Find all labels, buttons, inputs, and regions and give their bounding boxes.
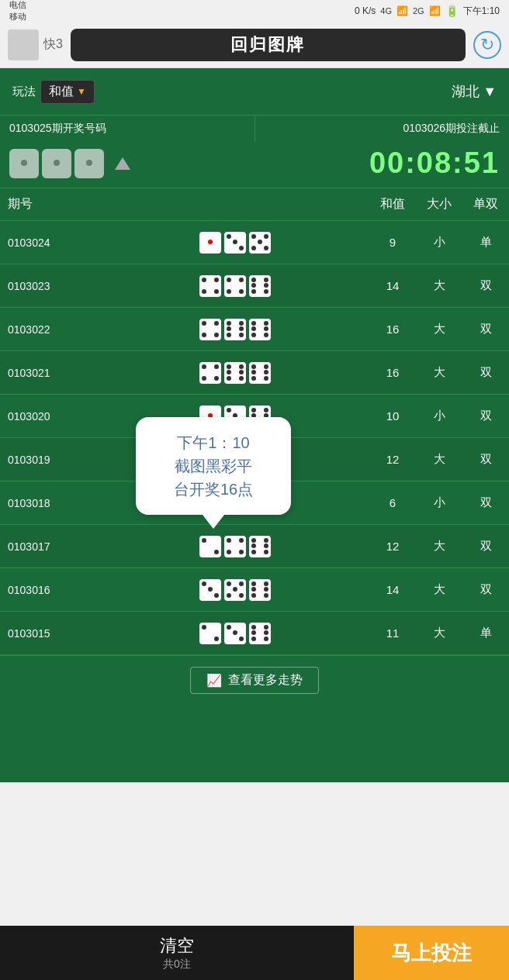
up-arrow-icon [115,157,130,170]
period-cell: 0103019 [0,449,101,471]
dice-cell [101,227,369,258]
main-content: 0103025期开奖号码 0103026期投注截止 [0,115,509,782]
sum-cell: 16 [369,361,416,384]
th-parity: 单双 [462,188,509,220]
dice-1 [9,149,39,178]
carrier-info: 电信 移动 [9,0,26,22]
play-method-label: 玩法 [12,85,36,99]
dice-small [249,232,271,254]
carrier-label: 电信 [9,0,26,11]
region-value: 湖北 [452,82,480,101]
size-cell: 大 [416,317,462,341]
parity-cell: 双 [462,534,509,558]
sum-cell: 11 [369,622,416,644]
dice-small [224,275,246,297]
dice-small [199,275,221,297]
period-cell: 0103020 [0,405,101,427]
prize-left-text: 0103025期开奖号码 [9,122,106,134]
table-row: 0103024 9 小 单 [0,221,509,264]
signal2g-icon: 2G [413,6,424,16]
dice-3 [74,149,104,178]
tooltip-line2: 截图黑彩平 [153,454,274,478]
dice-small [249,579,271,601]
bottom-spacer [0,705,509,782]
speed-label: 0 K/s [355,5,376,16]
parity-cell: 单 [462,621,509,645]
refresh-button[interactable]: ↻ [473,31,501,59]
prize-right: 0103026期投注截止 [254,116,510,142]
prize-right-text: 0103026期投注截止 [403,122,500,134]
dice-cell [101,357,369,388]
table-row: 0103021 16 大 双 [0,351,509,395]
dice-icons [9,149,104,178]
period-cell: 0103022 [0,319,101,340]
prize-bar: 0103025期开奖号码 0103026期投注截止 [0,115,509,142]
bet-now-button[interactable]: 马上投注 [354,926,509,980]
method-select[interactable]: 和值 ▼ [40,80,95,104]
size-cell: 大 [416,274,462,298]
period-cell: 0103023 [0,275,101,297]
dice-cell [101,575,369,606]
period-cell: 0103017 [0,536,101,557]
th-dice [101,188,369,220]
nav-title: 回归图牌 [71,29,466,61]
dice-small [224,362,246,384]
status-right: 0 K/s 4G 📶 2G 📶 🔋 下午1:10 [355,5,500,18]
parity-cell: 双 [462,317,509,341]
clear-label: 清空 [160,934,194,958]
dice-small [224,579,246,601]
countdown-timer: 00:08:51 [138,147,500,180]
more-trends-button[interactable]: 📈 查看更多走势 [190,667,319,694]
signal-bars-icon: 📶 [396,5,408,16]
tooltip-line1: 下午1：10 [153,431,274,454]
period-cell: 0103024 [0,232,101,254]
th-period: 期号 [0,188,101,220]
table-row: 0103017 12 大 双 [0,525,509,568]
bet-count: 共0注 [163,958,191,971]
network-label: 移动 [9,11,26,22]
period-cell: 0103018 [0,492,101,514]
dice-small [199,232,221,254]
dice-small [249,623,271,644]
parity-cell: 双 [462,491,509,515]
bottom-bar: 清空 共0注 马上投注 [0,926,509,980]
top-nav: 快3 回归图牌 ↻ [0,22,509,68]
parity-cell: 双 [462,361,509,385]
period-cell: 0103016 [0,579,101,601]
trends-icon: 📈 [206,673,222,688]
tooltip-overlay: 下午1：10 截图黑彩平 台开奖16点 [136,417,291,515]
parity-cell: 双 [462,274,509,298]
tooltip-line3: 台开奖16点 [153,478,274,501]
dice-group [101,362,369,384]
dice-2 [42,149,71,178]
dice-timer-row: 00:08:51 [0,142,509,188]
table-row: 0103015 11 大 单 [0,612,509,655]
dice-small [249,319,271,340]
dice-group [101,319,369,340]
parity-cell: 双 [462,447,509,471]
dice-small [224,319,246,340]
more-trends-section: 📈 查看更多走势 [0,655,509,705]
th-sum: 和值 [369,188,416,220]
table-header: 期号 和值 大小 单双 [0,188,509,221]
dice-small [249,536,271,557]
sum-cell: 9 [369,231,416,254]
size-cell: 小 [416,230,462,254]
dice-small [249,362,271,384]
clear-button[interactable]: 清空 共0注 [0,934,354,971]
sum-cell: 16 [369,318,416,340]
dice-small [199,623,221,644]
dice-small [224,623,246,644]
dice-group [101,232,369,254]
sum-cell: 12 [369,448,416,471]
region-select[interactable]: 湖北 ▼ [452,82,497,101]
dice-small [199,536,221,557]
parity-cell: 双 [462,578,509,602]
dice-small [199,319,221,340]
avatar [8,29,39,60]
prize-left: 0103025期开奖号码 [0,116,254,142]
table-row: 0103016 14 大 双 [0,568,509,612]
dice-group [101,579,369,601]
battery-icon: 🔋 [445,5,459,17]
sum-cell: 10 [369,405,416,427]
